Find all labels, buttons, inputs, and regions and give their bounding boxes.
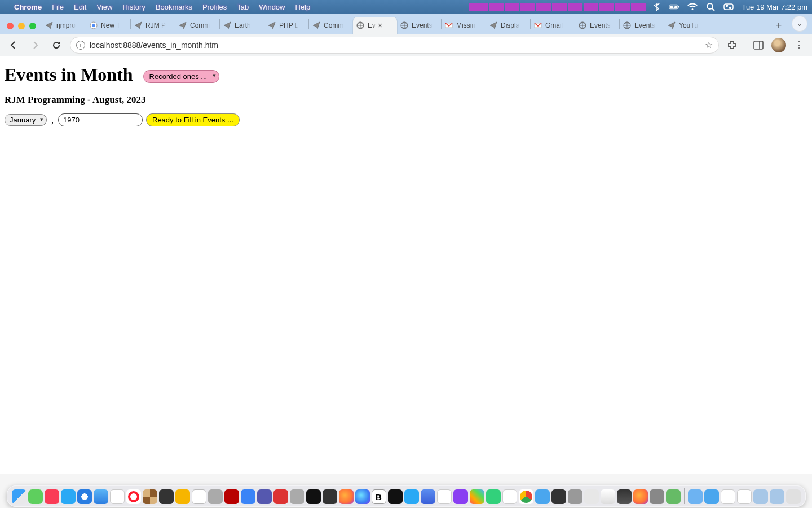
menu-window[interactable]: Window: [254, 0, 290, 14]
dock-app-zoom[interactable]: [241, 489, 255, 504]
tab-list-button[interactable]: ⌄: [792, 16, 807, 32]
dock-app-b[interactable]: B: [372, 489, 386, 504]
dock-folder1[interactable]: [688, 489, 703, 504]
tab-8[interactable]: Events: [397, 17, 441, 34]
dock-app-appstore[interactable]: [61, 489, 76, 504]
dock-app-utility4[interactable]: [290, 489, 304, 504]
tab-0[interactable]: rjmpro: [42, 17, 86, 34]
dock-app-calculator[interactable]: [159, 489, 174, 504]
menu-bookmarks[interactable]: Bookmarks: [151, 0, 197, 14]
menu-help[interactable]: Help: [290, 0, 316, 14]
dock-app-firefox-dev[interactable]: [355, 489, 370, 504]
tab-4[interactable]: Earth: [220, 17, 264, 34]
dock-app-teams[interactable]: [257, 489, 272, 504]
window-close-button[interactable]: [7, 23, 14, 29]
ready-button[interactable]: Ready to Fill in Events ...: [146, 113, 240, 126]
dock-app-calendar[interactable]: [437, 489, 452, 504]
tab-3[interactable]: Comm: [175, 17, 219, 34]
tab-6[interactable]: Comm: [309, 17, 353, 34]
address-bar[interactable]: i localhost:8888/events_in_month.htm ☆: [70, 37, 719, 54]
menu-view[interactable]: View: [91, 0, 117, 14]
menu-file[interactable]: File: [47, 0, 69, 14]
tab-1[interactable]: New T: [86, 17, 130, 34]
dock-app-utility3[interactable]: [273, 489, 288, 504]
dock-app-xcode[interactable]: [551, 489, 566, 504]
dock-app-utility10[interactable]: [666, 489, 681, 504]
tab-13[interactable]: Events: [620, 17, 664, 34]
dock-folder3[interactable]: [770, 489, 784, 504]
tab-close-icon[interactable]: ×: [378, 21, 382, 30]
app-menu[interactable]: Chrome: [9, 0, 47, 14]
dock-app-podcasts[interactable]: [453, 489, 468, 504]
window-minimize-button[interactable]: [18, 23, 25, 29]
dock-app-utility8[interactable]: [617, 489, 632, 504]
profile-avatar[interactable]: [771, 38, 786, 52]
wifi-icon[interactable]: [687, 2, 698, 12]
dock-app-firefox2[interactable]: [633, 489, 648, 504]
dock-trash[interactable]: [786, 489, 801, 504]
forward-button[interactable]: [27, 37, 43, 53]
tab-14[interactable]: YouTu: [664, 17, 708, 34]
dock-folder-network[interactable]: [704, 489, 719, 504]
dock-app-firefox[interactable]: [339, 489, 354, 504]
tab-10[interactable]: Displa: [486, 17, 530, 34]
side-panel-icon[interactable]: [751, 38, 766, 52]
dock-folder2[interactable]: [753, 489, 768, 504]
menu-extra-blocks[interactable]: [469, 3, 646, 11]
dock-app-terminal[interactable]: [306, 489, 321, 504]
dock-app-messages[interactable]: [28, 489, 43, 504]
bluetooth-icon[interactable]: [651, 2, 661, 12]
dock-app-finder[interactable]: [12, 489, 27, 504]
tab-7[interactable]: Ev×: [353, 17, 397, 34]
dock-app-utility2[interactable]: [208, 489, 223, 504]
control-center-icon[interactable]: [723, 2, 734, 12]
dock-app-appstore2[interactable]: [404, 489, 419, 504]
window-maximize-button[interactable]: [29, 23, 36, 29]
dock-app-safari[interactable]: [77, 489, 92, 504]
year-input[interactable]: [58, 113, 143, 126]
extensions-icon[interactable]: [725, 38, 739, 52]
dock-app-screenshot[interactable]: [421, 489, 435, 504]
search-icon[interactable]: [705, 2, 716, 12]
month-select[interactable]: January: [5, 114, 47, 126]
battery-icon[interactable]: [669, 2, 679, 12]
reload-button[interactable]: [48, 37, 64, 53]
dock-app-news[interactable]: [110, 489, 125, 504]
dock-app-utility5[interactable]: [568, 489, 582, 504]
dock-app-filezilla[interactable]: [224, 489, 239, 504]
dock-app-utility6[interactable]: [584, 489, 599, 504]
dock-app-numbers[interactable]: [486, 489, 501, 504]
dock-app-utility7[interactable]: [601, 489, 615, 504]
dock-app-launchpad[interactable]: [470, 489, 484, 504]
menubar-clock[interactable]: Tue 19 Mar 7:22 pm: [742, 3, 807, 11]
tab-2[interactable]: RJM P: [131, 17, 175, 34]
bookmark-star-icon[interactable]: ☆: [705, 40, 713, 50]
dock-stack-pages[interactable]: [721, 489, 735, 504]
menu-edit[interactable]: Edit: [69, 0, 91, 14]
dock-app-textedit[interactable]: [192, 489, 206, 504]
site-info-icon[interactable]: i: [76, 41, 85, 50]
dock-app-opera[interactable]: [126, 489, 141, 504]
dock-app-chrome[interactable]: [519, 489, 533, 504]
tab-11[interactable]: Gmail: [531, 17, 575, 34]
menu-tab[interactable]: Tab: [232, 0, 254, 14]
dock-app-gmail[interactable]: [502, 489, 517, 504]
dock-app-appletv[interactable]: [388, 489, 403, 504]
dock-app-music[interactable]: [45, 489, 59, 504]
back-button[interactable]: [6, 37, 21, 53]
dock-stack-notes[interactable]: [737, 489, 752, 504]
dock-app-utility1[interactable]: [175, 489, 190, 504]
dock-app-preview[interactable]: [535, 489, 550, 504]
new-tab-button[interactable]: +: [770, 17, 787, 34]
menu-history[interactable]: History: [117, 0, 150, 14]
recorded-dropdown[interactable]: Recorded ones ...: [143, 70, 219, 83]
tab-12[interactable]: Events: [575, 17, 619, 34]
dock-app-utility9[interactable]: [650, 489, 664, 504]
dock-app-chess[interactable]: [143, 489, 157, 504]
dock-app-mail[interactable]: [94, 489, 108, 504]
tab-9[interactable]: Missin: [442, 17, 486, 34]
tab-5[interactable]: PHP L: [264, 17, 308, 34]
dock-app-terminal2[interactable]: [323, 489, 337, 504]
chrome-menu-icon[interactable]: ⋮: [792, 38, 806, 52]
menu-profiles[interactable]: Profiles: [197, 0, 232, 14]
